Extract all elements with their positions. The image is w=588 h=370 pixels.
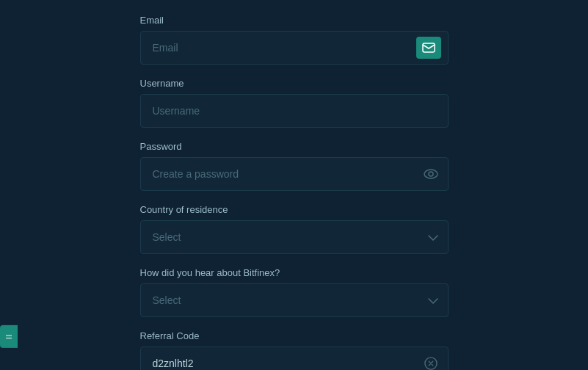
svg-point-2 [429,172,433,176]
country-select[interactable]: Select [140,220,449,254]
side-button[interactable]: ll [0,325,18,348]
username-label: Username [140,78,449,89]
hear-label: How did you hear about Bitfinex? [140,267,449,278]
username-field-group: Username [140,78,449,128]
hear-select[interactable]: Select [140,283,449,317]
svg-rect-0 [423,43,435,52]
username-input[interactable] [140,94,449,128]
referral-input-wrapper [140,347,449,370]
username-input-wrapper [140,94,449,128]
password-toggle-icon[interactable] [424,169,438,179]
password-field-group: Password [140,141,449,191]
password-label: Password [140,141,449,152]
referral-clear-icon[interactable] [424,356,438,370]
country-select-wrapper: Select [140,220,449,254]
password-input-wrapper [140,157,449,191]
email-input[interactable] [140,31,449,65]
referral-input[interactable] [140,347,449,370]
country-label: Country of residence [140,204,449,215]
password-input[interactable] [140,157,449,191]
referral-label: Referral Code [140,330,449,341]
hear-field-group: How did you hear about Bitfinex? Select [140,267,449,317]
email-field-group: Email [140,15,449,65]
email-label: Email [140,15,449,26]
hear-select-wrapper: Select [140,283,449,317]
country-field-group: Country of residence Select [140,204,449,254]
email-input-wrapper [140,31,449,65]
referral-field-group: Referral Code [140,330,449,370]
email-icon[interactable] [416,37,441,59]
registration-form: Email Username Password [140,0,449,370]
svg-point-1 [424,170,438,178]
